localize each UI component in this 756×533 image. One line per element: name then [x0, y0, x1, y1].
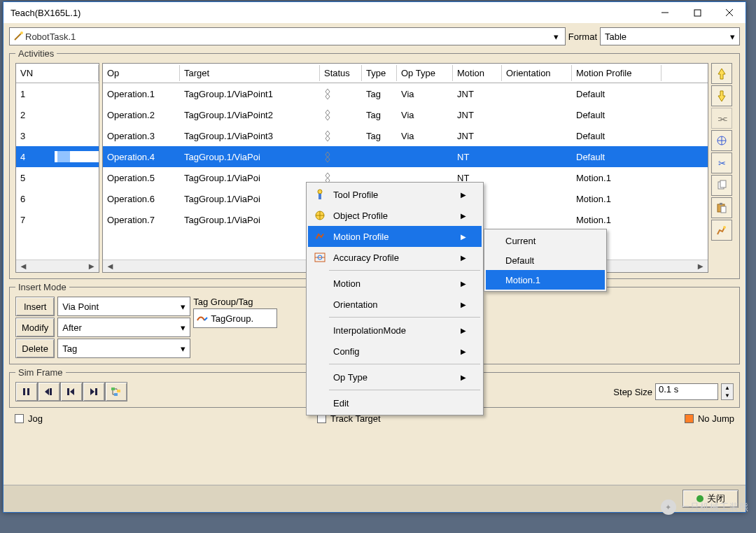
copy-button[interactable] — [711, 175, 732, 196]
insert-pos-select[interactable]: After▾ — [57, 318, 190, 337]
task-select[interactable]: RobotTask.1 ▾ — [9, 27, 566, 45]
compass-button[interactable] — [711, 130, 732, 151]
svg-marker-22 — [90, 388, 94, 395]
scissors-icon: ✂ — [718, 158, 726, 169]
close-button[interactable] — [713, 2, 746, 23]
menu-item[interactable]: Orientation▶ — [308, 294, 482, 315]
svg-point-14 — [723, 226, 726, 229]
svg-point-34 — [323, 232, 326, 234]
menu-item[interactable]: Op Type▶ — [308, 367, 482, 388]
svg-rect-16 — [23, 388, 25, 395]
chevron-down-icon: ▾ — [176, 322, 186, 333]
svg-point-27 — [696, 495, 704, 502]
hdr-status[interactable]: Status — [320, 65, 362, 81]
robot-button[interactable] — [711, 220, 732, 241]
delete-button[interactable]: Delete — [15, 339, 55, 358]
task-value: RobotTask.1 — [25, 31, 551, 42]
svg-line-15 — [204, 318, 207, 320]
menu-item[interactable]: Config▶ — [308, 341, 482, 362]
close-dialog-button[interactable]: 关闭 — [682, 490, 738, 508]
activities-legend: Activities — [15, 48, 57, 59]
vn-row[interactable]: 2 — [16, 104, 99, 125]
menu-item[interactable]: Motion Profile▶ — [308, 226, 482, 247]
paste-button[interactable] — [711, 197, 732, 218]
insert-type-select[interactable]: Via Point▾ — [57, 297, 190, 316]
move-down-button[interactable] — [711, 85, 732, 106]
svg-point-28 — [318, 190, 322, 194]
svg-rect-12 — [720, 203, 722, 205]
svg-rect-1 — [694, 10, 701, 16]
link-button[interactable]: ⫘ — [711, 108, 732, 129]
modify-button[interactable]: Modify — [15, 318, 55, 337]
table-row[interactable]: Operation.3TagGroup.1/ViaPoint3TagViaJNT… — [103, 125, 708, 146]
svg-rect-19 — [50, 388, 52, 395]
hdr-orient[interactable]: Orientation — [502, 65, 572, 81]
vn-header: VN — [16, 65, 99, 81]
format-select[interactable]: Table ▾ — [600, 27, 740, 45]
menu-item[interactable]: Object Profile▶ — [308, 205, 482, 226]
svg-marker-21 — [70, 388, 74, 395]
svg-point-5 — [20, 31, 23, 34]
menu-item[interactable]: Accuracy Profile▶ — [308, 247, 482, 268]
jog-checkbox[interactable] — [15, 414, 24, 423]
cut-button[interactable]: ✂ — [711, 152, 732, 173]
vn-row[interactable]: 1 — [16, 83, 99, 104]
hdr-motion[interactable]: Motion — [453, 65, 502, 81]
maximize-button[interactable] — [681, 2, 713, 23]
vn-row[interactable]: 4 — [16, 146, 99, 167]
insert-legend: Insert Mode — [15, 282, 69, 292]
pause-button[interactable] — [15, 382, 38, 401]
table-row[interactable]: Operation.4TagGroup.1/ViaPoiNTDefault — [103, 146, 708, 167]
step-back-button[interactable] — [60, 382, 83, 401]
table-row[interactable]: Operation.2TagGroup.1/ViaPoint2TagViaJNT… — [103, 104, 708, 125]
tree-button[interactable] — [105, 382, 127, 401]
tag-group-input[interactable]: TagGroup. — [193, 308, 277, 328]
step-size-label: Step Size — [613, 387, 652, 397]
menu-item[interactable]: Tool Profile▶ — [308, 184, 482, 205]
svg-rect-29 — [318, 194, 321, 199]
hdr-optype[interactable]: Op Type — [397, 65, 453, 81]
vn-row[interactable]: 5 — [16, 167, 99, 188]
scroll-right-icon[interactable]: ► — [87, 261, 96, 271]
context-submenu[interactable]: CurrentDefaultMotion.1 — [484, 229, 607, 292]
insert-button[interactable]: Insert — [15, 297, 55, 316]
vn-row[interactable]: 3 — [16, 125, 99, 146]
step-size-spinner[interactable]: ▲▼ — [721, 383, 734, 400]
submenu-item[interactable]: Default — [486, 250, 605, 270]
tag-group-label: Tag Group/Tag — [193, 297, 277, 307]
tag-icon — [197, 313, 208, 323]
format-value: Table — [605, 31, 730, 42]
scroll-right-icon[interactable]: ► — [696, 261, 705, 271]
nojump-label: No Jump — [698, 413, 734, 424]
vn-row[interactable]: 6 — [16, 188, 99, 209]
menu-item[interactable]: Motion▶ — [308, 273, 482, 294]
minimize-button[interactable] — [649, 2, 681, 23]
step-size-input[interactable]: 0.1 s — [655, 383, 718, 400]
vn-row[interactable]: 7 — [16, 209, 99, 230]
context-menu[interactable]: Tool Profile▶Object Profile▶Motion Profi… — [306, 182, 484, 415]
submenu-item[interactable]: Motion.1 — [486, 270, 605, 290]
chevron-down-icon: ▾ — [176, 301, 186, 312]
step-fwd-button[interactable] — [83, 382, 105, 401]
hdr-type[interactable]: Type — [362, 65, 397, 81]
vn-column[interactable]: VN 1234567 ◄► — [15, 63, 99, 273]
menu-item[interactable]: InterpolationMode▶ — [308, 320, 482, 341]
scroll-left-icon[interactable]: ◄ — [106, 261, 115, 271]
table-row[interactable]: Operation.1TagGroup.1/ViaPoint1TagViaJNT… — [103, 83, 708, 104]
svg-rect-17 — [27, 388, 29, 395]
hdr-op[interactable]: Op — [103, 65, 180, 81]
no-jump-checkbox[interactable] — [685, 414, 694, 423]
insert-ref-select[interactable]: Tag▾ — [57, 339, 190, 358]
svg-rect-10 — [720, 180, 726, 187]
move-up-button[interactable] — [711, 63, 732, 84]
menu-item[interactable]: Edit — [308, 392, 482, 413]
step-back-to-button[interactable] — [38, 382, 60, 401]
window-title: Teach(BX165L.1) — [10, 8, 649, 18]
hdr-target[interactable]: Target — [180, 65, 320, 81]
svg-rect-24 — [111, 388, 115, 390]
submenu-item[interactable]: Current — [486, 231, 605, 250]
dialog-footer: 关闭 — [4, 485, 746, 512]
svg-rect-25 — [117, 390, 120, 392]
scroll-left-icon[interactable]: ◄ — [19, 261, 28, 271]
hdr-mprof[interactable]: Motion Profile — [572, 65, 662, 81]
